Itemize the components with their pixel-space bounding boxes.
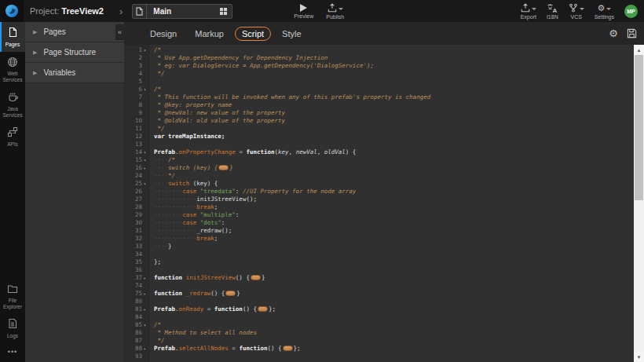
code-line[interactable]: * Method to select all nodes	[154, 329, 634, 337]
app-logo[interactable]	[0, 0, 24, 22]
editor-code-area[interactable]: /* * Use App.getDependency for Dependenc…	[149, 45, 634, 362]
gutter-line[interactable]: 85▾	[124, 321, 148, 329]
gutter-line[interactable]: 1▾	[124, 46, 148, 54]
collapse-panel-button[interactable]: «	[115, 24, 124, 40]
code-line[interactable]: * @key: property name	[154, 101, 634, 109]
panel-section-page-structure[interactable]: ▶Page Structure	[25, 42, 124, 63]
code-line[interactable]: Prefab.selectAllNodes = function() {};	[154, 345, 634, 353]
settings-button[interactable]: ⚙ Settings	[595, 3, 614, 20]
code-line[interactable]: function initJStreeView() {}	[154, 274, 634, 282]
code-fold-pill[interactable]	[251, 275, 261, 280]
fold-closed-icon[interactable]: ▸	[142, 305, 148, 313]
tab-style[interactable]: Style	[275, 27, 308, 41]
code-line[interactable]: function _redraw() {}	[154, 290, 634, 298]
sidebar-item-pages[interactable]: Pages	[0, 22, 25, 52]
fold-closed-icon[interactable]: ▸	[142, 345, 148, 353]
code-fold-pill[interactable]	[258, 306, 268, 312]
sidebar-item-java-services[interactable]: Java Services	[0, 87, 25, 122]
panel-section-variables[interactable]: ▶Variables	[25, 63, 124, 83]
sidebar-item-logs[interactable]: Logs	[0, 313, 25, 343]
fold-open-icon[interactable]: ▾	[142, 46, 148, 54]
gutter-line[interactable]: 75▸	[124, 290, 148, 298]
page-selector[interactable]: Main	[132, 4, 232, 19]
code-line[interactable]: */	[154, 125, 634, 133]
code-line[interactable]: };	[154, 258, 634, 266]
fold-open-icon[interactable]: ▾	[142, 86, 148, 93]
more-options-button[interactable]: •••	[0, 343, 25, 362]
fold-closed-icon[interactable]: ▸	[142, 290, 148, 298]
gutter-line[interactable]: 14▾	[124, 148, 148, 156]
page-grid-icon[interactable]	[220, 8, 227, 15]
code-line[interactable]: var treeMapInstance;	[154, 133, 634, 141]
panel-section-pages[interactable]: ▶Pages«	[25, 22, 124, 42]
code-line[interactable]: ············break;	[154, 235, 634, 243]
fold-open-icon[interactable]: ▾	[142, 156, 148, 164]
code-line[interactable]: * eg: var DialogService = App.getDepende…	[154, 62, 634, 70]
gutter-line[interactable]: 6▾	[124, 86, 148, 93]
code-line[interactable]	[154, 250, 634, 258]
publish-button[interactable]: Publish	[326, 3, 344, 20]
code-line[interactable]: ····switch (key) {	[154, 180, 634, 188]
gutter-line[interactable]: 25▾	[124, 180, 148, 188]
code-line[interactable]	[154, 313, 634, 321]
gutter-line[interactable]: 15▾	[124, 156, 148, 164]
code-line[interactable]: /*	[154, 46, 634, 54]
tab-design[interactable]: Design	[143, 27, 184, 41]
code-line[interactable]: * @oldVal: old value of the property	[154, 117, 634, 125]
preview-button[interactable]: Preview	[294, 4, 313, 19]
code-line[interactable]	[154, 353, 634, 360]
code-line[interactable]: Prefab.onReady = function() {};	[154, 305, 634, 313]
code-line[interactable]: * Use App.getDependency for Dependency I…	[154, 54, 634, 62]
save-icon[interactable]	[627, 28, 637, 38]
code-fold-pill[interactable]	[225, 291, 236, 296]
export-button[interactable]: Export	[521, 3, 536, 20]
code-line[interactable]: ····*/	[154, 172, 634, 180]
code-line[interactable]: * This function will be invoked when any…	[154, 93, 634, 101]
code-line[interactable]	[154, 78, 634, 86]
editor-scrollbar[interactable]: ▲ ▼	[634, 45, 644, 362]
code-line[interactable]: ············_redraw();	[154, 227, 634, 235]
tab-markup[interactable]: Markup	[188, 27, 231, 41]
code-line[interactable]: */	[154, 337, 634, 345]
code-line[interactable]	[154, 298, 634, 305]
code-line[interactable]: */	[154, 70, 634, 78]
code-line[interactable]	[154, 141, 634, 148]
sidebar-item-apis[interactable]: APIs	[0, 122, 25, 152]
user-avatar[interactable]: MP	[624, 5, 638, 18]
gutter-line[interactable]: 37▸	[124, 274, 148, 282]
code-line[interactable]	[154, 282, 634, 290]
scrollbar-up-arrow[interactable]: ▲	[634, 45, 644, 55]
code-line[interactable]: ········case "treedata": //UI Property f…	[154, 188, 634, 196]
code-line[interactable]: ····switch (key) {}	[154, 164, 634, 172]
code-fold-pill[interactable]	[283, 346, 293, 351]
fold-closed-icon[interactable]: ▸	[142, 164, 148, 172]
script-settings-gear-icon[interactable]: ⚙	[609, 28, 618, 38]
code-line[interactable]: ····/*	[154, 156, 634, 164]
code-line[interactable]: ········case "dots":	[154, 219, 634, 227]
i18n-button[interactable]: A I18N	[547, 3, 558, 20]
scrollbar-down-arrow[interactable]: ▼	[634, 352, 644, 362]
line-number: 15	[135, 156, 142, 164]
fold-open-icon[interactable]: ▾	[142, 321, 148, 329]
scrollbar-thumb[interactable]	[635, 55, 643, 200]
code-line[interactable]: /*	[154, 321, 634, 329]
gutter-line[interactable]: 88▸	[124, 345, 148, 353]
gutter-line[interactable]: 81▸	[124, 305, 148, 313]
fold-open-icon[interactable]: ▾	[142, 180, 148, 188]
tab-script[interactable]: Script	[235, 27, 271, 41]
code-fold-pill[interactable]	[218, 165, 229, 170]
code-line[interactable]: /*	[154, 86, 634, 93]
fold-open-icon[interactable]: ▾	[142, 148, 148, 156]
vcs-button[interactable]: VCS	[569, 3, 584, 20]
fold-closed-icon[interactable]: ▸	[142, 274, 148, 282]
code-line[interactable]: ····}	[154, 243, 634, 250]
code-line[interactable]: ············break;	[154, 203, 634, 211]
code-line[interactable]: Prefab.onPropertyChange = function(key, …	[154, 148, 634, 156]
code-line[interactable]	[154, 266, 634, 274]
code-line[interactable]: ············initJStreeView();	[154, 196, 634, 203]
code-line[interactable]: ········case "multiple":	[154, 211, 634, 219]
sidebar-item-file-explorer[interactable]: File Explorer	[0, 280, 25, 313]
gutter-line[interactable]: 16▸	[124, 164, 148, 172]
code-line[interactable]: * @newVal: new value of the property	[154, 109, 634, 117]
sidebar-item-web-services[interactable]: Web Services	[0, 52, 25, 87]
